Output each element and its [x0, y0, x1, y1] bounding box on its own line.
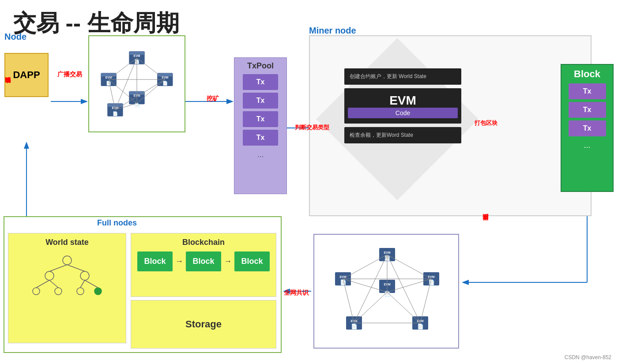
tx-item-4: Tx: [243, 130, 278, 146]
evm-main-block: EVM Code: [344, 88, 461, 124]
svg-line-79: [387, 292, 420, 323]
package-label: 打包区块: [475, 119, 497, 127]
evm-top-text: 创建合约账户，更新 World State: [350, 73, 456, 80]
worldstate-tree: [23, 251, 111, 304]
bc-arrow-2: →: [224, 257, 232, 266]
block-tx-2: Tx: [569, 102, 606, 118]
svg-text:📄: 📄: [351, 323, 358, 330]
svg-point-43: [55, 288, 62, 295]
miner-label: Miner node: [309, 26, 356, 36]
block-title: Block: [574, 68, 600, 80]
storage-box: Storage: [131, 300, 276, 349]
svg-line-46: [49, 265, 67, 271]
judge-label: 判断交易类型: [295, 124, 329, 131]
dapp-label: DAPP: [13, 69, 40, 81]
svg-point-44: [77, 288, 84, 295]
tx-item-1: Tx: [243, 74, 278, 90]
svg-point-41: [80, 271, 89, 280]
svg-line-50: [80, 280, 85, 288]
evm-bottom-text: 检查余额，更新Word State: [350, 131, 456, 139]
block-box: Block Tx Tx Tx ...: [561, 64, 614, 192]
svg-line-36: [115, 79, 165, 110]
mining-label: 挖矿: [207, 95, 219, 103]
svg-line-71: [387, 255, 431, 279]
bc-block-1: Block: [137, 251, 173, 271]
txpool-label: TxPool: [247, 61, 274, 71]
storage-title: Storage: [185, 319, 222, 330]
worldstate-title: World state: [45, 238, 89, 247]
svg-point-40: [45, 271, 54, 280]
svg-text:EVM: EVM: [428, 275, 434, 278]
svg-line-48: [36, 280, 49, 288]
svg-text:📄: 📄: [428, 279, 435, 285]
txpool-box: TxPool Tx Tx Tx Tx ...: [234, 57, 287, 194]
block-dots: ...: [584, 141, 590, 150]
svg-text:EVM: EVM: [339, 275, 346, 278]
svg-text:📄: 📄: [113, 111, 118, 116]
svg-line-70: [343, 255, 387, 279]
tx-item-3: Tx: [243, 111, 278, 127]
blockchain-blocks: Block → Block → Block: [137, 251, 270, 271]
evm-block-bottom: 检查余额，更新Word State: [344, 127, 461, 143]
svg-text:EVM: EVM: [134, 54, 140, 57]
svg-text:📄: 📄: [340, 279, 347, 285]
svg-line-78: [354, 292, 387, 323]
dapp-box: DAPP: [4, 53, 49, 97]
svg-text:📄: 📄: [417, 323, 424, 330]
svg-text:EVM: EVM: [384, 251, 390, 254]
svg-line-47: [67, 265, 85, 271]
consensus-label: 全网共识: [284, 289, 309, 297]
block-tx-3: Tx: [569, 120, 606, 136]
svg-point-39: [63, 256, 72, 265]
evm-title: EVM: [348, 94, 458, 108]
tx-item-2: Tx: [243, 93, 278, 109]
bc-block-2: Block: [186, 251, 221, 271]
bc-arrow-1: →: [175, 257, 183, 266]
svg-point-42: [33, 288, 40, 295]
p2p-network-svg-bottom: EVM 📄 EVM 📄 EVM 📄 EVM 📄 EVM 📄: [314, 235, 460, 349]
blockchain-box: Blockchain Block → Block → Block: [131, 233, 276, 297]
evm-code: Code: [348, 108, 458, 118]
bc-block-3: Block: [234, 251, 270, 271]
worldstate-box: World state: [8, 233, 126, 343]
fullnodes-label: Full nodes: [97, 218, 137, 228]
block-tx-1: Tx: [569, 83, 606, 99]
svg-line-29: [109, 58, 137, 79]
broadcast-label: 广播交易: [57, 71, 82, 79]
diamond-content: 创建合约账户，更新 World State EVM Code 检查余额，更新Wo…: [344, 68, 461, 143]
evm-block-top: 创建合约账户，更新 World State: [344, 68, 461, 85]
svg-line-51: [85, 280, 98, 288]
p2p-network-bottom: EVM 📄 EVM 📄 EVM 📄 EVM 📄 EVM 📄: [313, 234, 459, 349]
node-label: Node: [4, 32, 26, 42]
tx-dots: ...: [257, 150, 264, 159]
blockchain-title: Blockchain: [182, 238, 225, 247]
p2p-network-top: EVM 📄 EVM 📄 EVM 📄 EVM 📄 EVM: [88, 35, 185, 132]
svg-point-45: [94, 288, 102, 295]
svg-line-49: [49, 280, 58, 288]
footer: CSDN @haven-852: [565, 354, 611, 360]
svg-line-30: [137, 58, 165, 79]
